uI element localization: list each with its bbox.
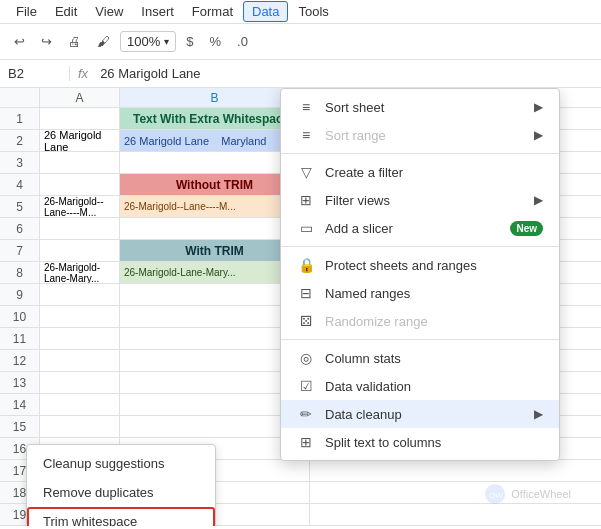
filter-views-label: Filter views xyxy=(325,193,524,208)
row-num: 15 xyxy=(0,416,40,437)
menu-data[interactable]: Data xyxy=(243,1,288,22)
print-button[interactable]: 🖨 xyxy=(62,30,87,53)
cell-a7[interactable] xyxy=(40,240,120,261)
menu-item-protect-sheets[interactable]: 🔒 Protect sheets and ranges xyxy=(281,251,559,279)
row-num: 12 xyxy=(0,350,40,371)
zoom-value: 100% xyxy=(127,34,160,49)
split-text-label: Split text to columns xyxy=(325,435,543,450)
redo-button[interactable]: ↪ xyxy=(35,30,58,53)
menu-item-data-validation[interactable]: ☑ Data validation xyxy=(281,372,559,400)
remove-duplicates-item[interactable]: Remove duplicates xyxy=(27,478,215,507)
filter-views-arrow: ▶ xyxy=(534,193,543,207)
data-cleanup-submenu: Cleanup suggestions Remove duplicates Tr… xyxy=(26,444,216,526)
menu-item-named-ranges[interactable]: ⊟ Named ranges xyxy=(281,279,559,307)
currency-button[interactable]: $ xyxy=(180,30,199,53)
add-slicer-label: Add a slicer xyxy=(325,221,500,236)
cell-a2[interactable]: 26 Marigold Lane xyxy=(40,130,120,151)
menu-file[interactable]: File xyxy=(8,2,45,21)
percent-button[interactable]: % xyxy=(203,30,227,53)
randomize-range-icon: ⚄ xyxy=(297,313,315,329)
row-num: 9 xyxy=(0,284,40,305)
cell-reference[interactable]: B2 xyxy=(0,66,70,81)
cell-a9[interactable] xyxy=(40,284,120,305)
sort-range-icon: ≡ xyxy=(297,127,315,143)
col-header-a[interactable]: A xyxy=(40,88,120,107)
formula-content[interactable]: 26 Marigold Lane xyxy=(96,66,601,81)
row-num: 6 xyxy=(0,218,40,239)
randomize-range-label: Randomize range xyxy=(325,314,543,329)
new-badge: New xyxy=(510,221,543,236)
named-ranges-label: Named ranges xyxy=(325,286,543,301)
zoom-dropdown-icon: ▾ xyxy=(164,36,169,47)
filter-views-icon: ⊞ xyxy=(297,192,315,208)
create-filter-icon: ▽ xyxy=(297,164,315,180)
row-num: 13 xyxy=(0,372,40,393)
data-cleanup-icon: ✏ xyxy=(297,406,315,422)
zoom-control[interactable]: 100% ▾ xyxy=(120,31,176,52)
menu-item-filter-views[interactable]: ⊞ Filter views ▶ xyxy=(281,186,559,214)
watermark-text: OfficeWheel xyxy=(511,488,571,500)
cell-a13[interactable] xyxy=(40,372,120,393)
cell-a6[interactable] xyxy=(40,218,120,239)
officewheel-logo-icon: OW xyxy=(483,482,507,506)
undo-button[interactable]: ↩ xyxy=(8,30,31,53)
menu-item-data-cleanup[interactable]: ✏ Data cleanup ▶ xyxy=(281,400,559,428)
column-stats-icon: ◎ xyxy=(297,350,315,366)
fx-label: fx xyxy=(70,66,96,81)
menu-item-sort-sheet[interactable]: ≡ Sort sheet ▶ xyxy=(281,93,559,121)
sort-range-label: Sort range xyxy=(325,128,524,143)
cell-a15[interactable] xyxy=(40,416,120,437)
menu-divider-2 xyxy=(281,246,559,247)
sort-sheet-arrow: ▶ xyxy=(534,100,543,114)
paint-format-button[interactable]: 🖌 xyxy=(91,30,116,53)
data-validation-icon: ☑ xyxy=(297,378,315,394)
row-num: 11 xyxy=(0,328,40,349)
menu-edit[interactable]: Edit xyxy=(47,2,85,21)
watermark: OW OfficeWheel xyxy=(483,482,571,506)
data-cleanup-label: Data cleanup xyxy=(325,407,524,422)
menu-item-column-stats[interactable]: ◎ Column stats xyxy=(281,344,559,372)
row-num: 1 xyxy=(0,108,40,129)
menu-item-create-filter[interactable]: ▽ Create a filter xyxy=(281,158,559,186)
menu-item-add-slicer[interactable]: ▭ Add a slicer New xyxy=(281,214,559,242)
protect-sheets-icon: 🔒 xyxy=(297,257,315,273)
row-num: 10 xyxy=(0,306,40,327)
row-num: 5 xyxy=(0,196,40,217)
menu-tools[interactable]: Tools xyxy=(290,2,336,21)
menu-format[interactable]: Format xyxy=(184,2,241,21)
data-dropdown-menu: ≡ Sort sheet ▶ ≡ Sort range ▶ ▽ Create a… xyxy=(280,88,560,461)
cell-a4[interactable] xyxy=(40,174,120,195)
menu-insert[interactable]: Insert xyxy=(133,2,182,21)
row-num: 2 xyxy=(0,130,40,151)
menu-item-split-text[interactable]: ⊞ Split text to columns xyxy=(281,428,559,456)
sort-sheet-label: Sort sheet xyxy=(325,100,524,115)
cell-a8[interactable]: 26-Marigold-Lane-Mary... xyxy=(40,262,120,283)
cell-a3[interactable] xyxy=(40,152,120,173)
menu-bar: File Edit View Insert Format Data Tools xyxy=(0,0,601,24)
cell-a12[interactable] xyxy=(40,350,120,371)
data-cleanup-arrow: ▶ xyxy=(534,407,543,421)
menu-view[interactable]: View xyxy=(87,2,131,21)
toolbar: ↩ ↪ 🖨 🖌 100% ▾ $ % .0 xyxy=(0,24,601,60)
trim-whitespace-item[interactable]: Trim whitespace xyxy=(27,507,215,526)
cell-a11[interactable] xyxy=(40,328,120,349)
named-ranges-icon: ⊟ xyxy=(297,285,315,301)
column-stats-label: Column stats xyxy=(325,351,543,366)
row-num: 8 xyxy=(0,262,40,283)
cleanup-suggestions-item[interactable]: Cleanup suggestions xyxy=(27,449,215,478)
data-validation-label: Data validation xyxy=(325,379,543,394)
cell-a14[interactable] xyxy=(40,394,120,415)
create-filter-label: Create a filter xyxy=(325,165,543,180)
menu-item-sort-range: ≡ Sort range ▶ xyxy=(281,121,559,149)
cell-a5[interactable]: 26-Marigold--Lane----M... xyxy=(40,196,120,217)
cell-a10[interactable] xyxy=(40,306,120,327)
row-num-header xyxy=(0,88,40,107)
protect-sheets-label: Protect sheets and ranges xyxy=(325,258,543,273)
split-text-icon: ⊞ xyxy=(297,434,315,450)
cell-a1[interactable] xyxy=(40,108,120,129)
sort-sheet-icon: ≡ xyxy=(297,99,315,115)
row-num: 14 xyxy=(0,394,40,415)
formula-bar: B2 fx 26 Marigold Lane xyxy=(0,60,601,88)
row-num: 4 xyxy=(0,174,40,195)
decimal-button[interactable]: .0 xyxy=(231,30,254,53)
